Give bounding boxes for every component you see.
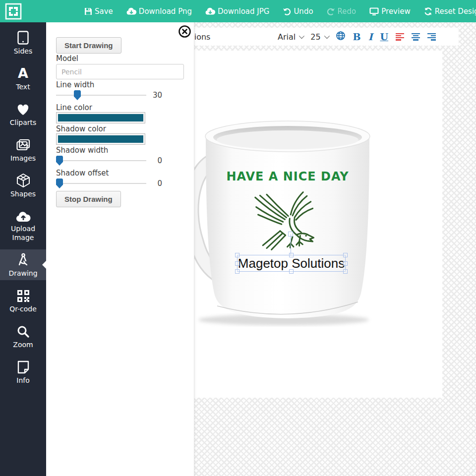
font-family-dropdown[interactable]: Arial bbox=[278, 32, 303, 42]
sidebar-item-drawing[interactable]: Drawing bbox=[0, 249, 46, 280]
chevron-down-icon bbox=[299, 33, 304, 39]
shadow-width-slider[interactable]: 0 bbox=[56, 155, 162, 166]
slider-track[interactable] bbox=[56, 183, 146, 184]
language-globe-icon[interactable] bbox=[336, 31, 346, 43]
sidebar-item-cliparts[interactable]: Cliparts bbox=[0, 101, 46, 127]
app-logo bbox=[5, 3, 22, 20]
images-icon bbox=[0, 137, 46, 152]
sidebar-item-sides[interactable]: Sides bbox=[0, 30, 46, 56]
shadow-offset-slider[interactable]: 0 bbox=[56, 178, 162, 189]
rotation-handle[interactable] bbox=[288, 232, 293, 237]
line-color-label: Line color bbox=[56, 103, 92, 112]
resize-handle-w[interactable] bbox=[235, 261, 239, 266]
redo-icon bbox=[327, 7, 335, 15]
line-color-swatch[interactable] bbox=[56, 112, 145, 123]
close-panel-icon[interactable] bbox=[178, 25, 191, 38]
line-width-slider[interactable]: 30 bbox=[56, 90, 162, 101]
drafting-compass-icon bbox=[0, 252, 46, 267]
underline-button[interactable]: U bbox=[380, 32, 389, 42]
shadow-offset-label: Shadow offset bbox=[56, 169, 109, 178]
shadow-width-label: Shadow width bbox=[56, 146, 108, 155]
tablet-icon bbox=[0, 30, 46, 45]
resize-handle-nw[interactable] bbox=[235, 253, 239, 257]
slider-thumb[interactable] bbox=[56, 178, 63, 188]
text-selection-box[interactable]: Magetop Solutions bbox=[237, 255, 346, 272]
font-size-dropdown[interactable]: 25 bbox=[310, 32, 328, 42]
download-png-button[interactable]: Download Png bbox=[126, 7, 192, 16]
shadow-width-value: 0 bbox=[157, 156, 162, 165]
resize-handle-sw[interactable] bbox=[235, 269, 239, 274]
italic-button[interactable]: I bbox=[368, 32, 373, 42]
stop-drawing-button[interactable]: Stop Drawing bbox=[56, 191, 121, 207]
resize-handle-e[interactable] bbox=[343, 261, 348, 266]
shadow-color-label: Shadow color bbox=[56, 124, 106, 133]
sidebar-item-upload-image[interactable]: Upload Image bbox=[0, 207, 46, 242]
floppy-save-icon bbox=[84, 7, 92, 15]
cube-shapes-icon bbox=[0, 173, 46, 187]
sidebar-item-text[interactable]: A Text bbox=[0, 65, 46, 91]
topbar: Save Download Png Download JPG Undo Redo… bbox=[0, 0, 476, 22]
sidebar-item-zoom[interactable]: Zoom bbox=[0, 323, 46, 349]
sidebar-item-qr-code[interactable]: Qr-code bbox=[0, 288, 46, 313]
refresh-icon bbox=[424, 7, 432, 15]
undo-icon bbox=[283, 7, 291, 15]
info-note-icon bbox=[0, 359, 46, 374]
sidebar-item-info[interactable]: Info bbox=[0, 359, 46, 385]
design-canvas[interactable]: HAVE A NICE DAY bbox=[194, 51, 442, 398]
magnifier-icon bbox=[0, 323, 46, 338]
slider-track[interactable] bbox=[56, 160, 146, 161]
font-size-value: 25 bbox=[310, 32, 320, 42]
slider-thumb[interactable] bbox=[74, 90, 81, 100]
model-label: Model bbox=[56, 54, 78, 63]
resize-handle-s[interactable] bbox=[289, 269, 294, 274]
heart-icon bbox=[0, 101, 46, 116]
mug-text-magetop[interactable]: Magetop Solutions bbox=[238, 256, 345, 271]
sidebar-item-images[interactable]: Images bbox=[0, 137, 46, 163]
line-width-value: 30 bbox=[153, 91, 162, 100]
preview-button[interactable]: Preview bbox=[369, 7, 410, 16]
save-button[interactable]: Save bbox=[84, 7, 113, 16]
monitor-icon bbox=[369, 7, 379, 15]
start-drawing-button[interactable]: Start Drawing bbox=[56, 37, 121, 54]
line-width-label: Line width bbox=[56, 80, 94, 89]
download-jpg-button[interactable]: Download JPG bbox=[205, 7, 269, 16]
cloud-download-icon bbox=[126, 7, 136, 15]
cloud-upload-icon bbox=[0, 207, 46, 222]
qr-code-icon bbox=[0, 288, 46, 302]
object-toolbar: Magetop Solutions Arial 25 B I bbox=[194, 28, 459, 46]
redo-button[interactable]: Redo bbox=[327, 7, 357, 16]
eagle-clipart[interactable] bbox=[250, 189, 322, 251]
undo-button[interactable]: Undo bbox=[283, 7, 313, 16]
text-a-icon: A bbox=[0, 65, 46, 80]
sidebar-item-shapes[interactable]: Shapes bbox=[0, 173, 46, 198]
shadow-color-swatch[interactable] bbox=[56, 133, 145, 145]
font-family-value: Arial bbox=[278, 32, 296, 42]
bold-button[interactable]: B bbox=[353, 32, 361, 42]
chevron-down-icon bbox=[324, 33, 329, 39]
resize-handle-ne[interactable] bbox=[343, 253, 348, 257]
resize-handle-n[interactable] bbox=[289, 253, 294, 257]
resize-handle-se[interactable] bbox=[343, 269, 348, 274]
design-stage: Magetop Solutions Arial 25 B I bbox=[194, 22, 476, 476]
shadow-offset-value: 0 bbox=[157, 179, 162, 188]
sidebar: Sides A Text Cliparts Images Shapes Uplo… bbox=[0, 22, 46, 476]
align-right-button[interactable] bbox=[427, 33, 436, 41]
slider-thumb[interactable] bbox=[56, 156, 63, 166]
model-input[interactable] bbox=[56, 64, 184, 79]
cloud-download-icon bbox=[205, 7, 215, 15]
slider-track[interactable] bbox=[56, 95, 146, 96]
align-center-button[interactable] bbox=[412, 33, 420, 41]
drawing-panel: Start Drawing Model Line width 30 Line c… bbox=[46, 22, 194, 476]
mug-text-have-a-nice-day[interactable]: HAVE A NICE DAY bbox=[223, 170, 352, 183]
reset-design-button[interactable]: Reset Design bbox=[424, 7, 476, 16]
align-left-button[interactable] bbox=[396, 33, 404, 41]
